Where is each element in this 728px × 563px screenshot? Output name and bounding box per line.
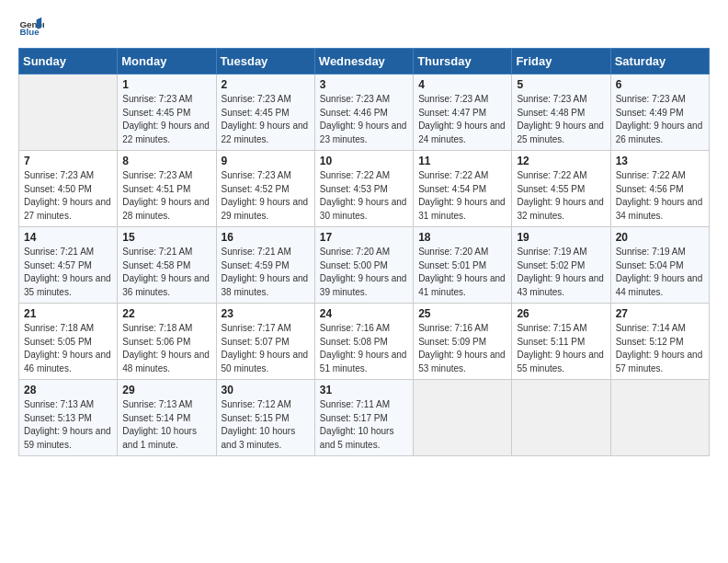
day-number: 7 — [24, 155, 112, 167]
day-info: Sunrise: 7:19 AMSunset: 5:02 PMDaylight:… — [517, 246, 605, 299]
day-info: Sunrise: 7:22 AMSunset: 4:56 PMDaylight:… — [616, 169, 704, 223]
day-number: 21 — [24, 307, 112, 320]
header-thursday: Thursday — [414, 49, 512, 75]
calendar-cell: 7Sunrise: 7:23 AMSunset: 4:50 PMDaylight… — [19, 151, 118, 227]
day-number: 25 — [418, 307, 506, 320]
day-number: 30 — [222, 384, 310, 396]
day-info: Sunrise: 7:13 AMSunset: 5:14 PMDaylight:… — [122, 398, 210, 452]
header-sunday: Sunday — [19, 49, 118, 75]
day-info: Sunrise: 7:21 AMSunset: 4:58 PMDaylight:… — [122, 246, 210, 299]
calendar-cell: 18Sunrise: 7:20 AMSunset: 5:01 PMDayligh… — [414, 227, 512, 304]
day-info: Sunrise: 7:21 AMSunset: 4:59 PMDaylight:… — [222, 246, 310, 299]
day-info: Sunrise: 7:22 AMSunset: 4:55 PMDaylight:… — [517, 169, 605, 223]
day-number: 16 — [222, 231, 310, 244]
header-monday: Monday — [118, 49, 216, 75]
day-number: 12 — [517, 155, 605, 167]
calendar-cell: 21Sunrise: 7:18 AMSunset: 5:05 PMDayligh… — [19, 304, 118, 380]
day-number: 27 — [616, 307, 704, 320]
calendar-week-3: 21Sunrise: 7:18 AMSunset: 5:05 PMDayligh… — [19, 304, 710, 380]
day-info: Sunrise: 7:16 AMSunset: 5:08 PMDaylight:… — [320, 322, 408, 375]
calendar-cell: 9Sunrise: 7:23 AMSunset: 4:52 PMDaylight… — [216, 151, 314, 227]
day-info: Sunrise: 7:23 AMSunset: 4:48 PMDaylight:… — [517, 93, 605, 146]
day-number: 3 — [320, 78, 408, 91]
day-info: Sunrise: 7:12 AMSunset: 5:15 PMDaylight:… — [222, 398, 310, 452]
day-number: 31 — [320, 384, 408, 396]
calendar-cell: 19Sunrise: 7:19 AMSunset: 5:02 PMDayligh… — [512, 227, 610, 304]
day-number: 4 — [418, 78, 506, 91]
calendar-cell: 3Sunrise: 7:23 AMSunset: 4:46 PMDaylight… — [314, 75, 413, 151]
calendar-cell — [414, 380, 512, 456]
calendar-cell — [19, 75, 118, 151]
day-info: Sunrise: 7:16 AMSunset: 5:09 PMDaylight:… — [418, 322, 506, 375]
day-info: Sunrise: 7:23 AMSunset: 4:50 PMDaylight:… — [24, 169, 112, 223]
calendar-cell: 4Sunrise: 7:23 AMSunset: 4:47 PMDaylight… — [414, 75, 512, 151]
day-number: 15 — [122, 231, 210, 244]
day-number: 29 — [122, 384, 210, 396]
day-info: Sunrise: 7:23 AMSunset: 4:45 PMDaylight:… — [222, 93, 310, 146]
day-info: Sunrise: 7:22 AMSunset: 4:53 PMDaylight:… — [320, 169, 408, 223]
calendar-cell: 10Sunrise: 7:22 AMSunset: 4:53 PMDayligh… — [314, 151, 413, 227]
calendar-cell: 13Sunrise: 7:22 AMSunset: 4:56 PMDayligh… — [610, 151, 709, 227]
calendar-week-1: 7Sunrise: 7:23 AMSunset: 4:50 PMDaylight… — [19, 151, 710, 227]
day-info: Sunrise: 7:14 AMSunset: 5:12 PMDaylight:… — [616, 322, 704, 375]
day-info: Sunrise: 7:23 AMSunset: 4:51 PMDaylight:… — [122, 169, 210, 223]
day-number: 19 — [517, 231, 605, 244]
day-info: Sunrise: 7:21 AMSunset: 4:57 PMDaylight:… — [24, 246, 112, 299]
logo: General Blue — [18, 15, 48, 40]
calendar-cell: 24Sunrise: 7:16 AMSunset: 5:08 PMDayligh… — [314, 304, 413, 380]
day-number: 14 — [24, 231, 112, 244]
day-info: Sunrise: 7:11 AMSunset: 5:17 PMDaylight:… — [320, 398, 408, 452]
calendar-week-4: 28Sunrise: 7:13 AMSunset: 5:13 PMDayligh… — [19, 380, 710, 456]
calendar-header-row: SundayMondayTuesdayWednesdayThursdayFrid… — [19, 49, 710, 75]
calendar-cell: 12Sunrise: 7:22 AMSunset: 4:55 PMDayligh… — [512, 151, 610, 227]
calendar-cell: 23Sunrise: 7:17 AMSunset: 5:07 PMDayligh… — [216, 304, 314, 380]
day-info: Sunrise: 7:23 AMSunset: 4:45 PMDaylight:… — [122, 93, 210, 146]
day-number: 8 — [122, 155, 210, 167]
day-number: 24 — [320, 307, 408, 320]
calendar-cell: 14Sunrise: 7:21 AMSunset: 4:57 PMDayligh… — [19, 227, 118, 304]
calendar-cell: 11Sunrise: 7:22 AMSunset: 4:54 PMDayligh… — [414, 151, 512, 227]
calendar-cell: 15Sunrise: 7:21 AMSunset: 4:58 PMDayligh… — [118, 227, 216, 304]
day-number: 5 — [517, 78, 605, 91]
day-info: Sunrise: 7:23 AMSunset: 4:49 PMDaylight:… — [616, 93, 704, 146]
calendar-cell: 20Sunrise: 7:19 AMSunset: 5:04 PMDayligh… — [610, 227, 709, 304]
header-friday: Friday — [512, 49, 610, 75]
svg-text:Blue: Blue — [19, 27, 40, 37]
calendar-cell: 31Sunrise: 7:11 AMSunset: 5:17 PMDayligh… — [314, 380, 413, 456]
day-number: 1 — [122, 78, 210, 91]
calendar-cell: 6Sunrise: 7:23 AMSunset: 4:49 PMDaylight… — [610, 75, 709, 151]
calendar-cell: 26Sunrise: 7:15 AMSunset: 5:11 PMDayligh… — [512, 304, 610, 380]
header-wednesday: Wednesday — [314, 49, 413, 75]
calendar-cell: 22Sunrise: 7:18 AMSunset: 5:06 PMDayligh… — [118, 304, 216, 380]
day-info: Sunrise: 7:18 AMSunset: 5:06 PMDaylight:… — [122, 322, 210, 375]
day-number: 20 — [616, 231, 704, 244]
calendar-table: SundayMondayTuesdayWednesdayThursdayFrid… — [18, 48, 710, 456]
day-number: 9 — [222, 155, 310, 167]
day-number: 18 — [418, 231, 506, 244]
logo-icon: General Blue — [18, 15, 44, 40]
calendar-week-2: 14Sunrise: 7:21 AMSunset: 4:57 PMDayligh… — [19, 227, 710, 304]
header-tuesday: Tuesday — [216, 49, 314, 75]
calendar-cell — [512, 380, 610, 456]
day-info: Sunrise: 7:23 AMSunset: 4:52 PMDaylight:… — [222, 169, 310, 223]
day-number: 13 — [616, 155, 704, 167]
header-saturday: Saturday — [610, 49, 709, 75]
calendar-cell: 8Sunrise: 7:23 AMSunset: 4:51 PMDaylight… — [118, 151, 216, 227]
day-number: 10 — [320, 155, 408, 167]
day-number: 28 — [24, 384, 112, 396]
calendar-cell: 5Sunrise: 7:23 AMSunset: 4:48 PMDaylight… — [512, 75, 610, 151]
calendar-cell: 16Sunrise: 7:21 AMSunset: 4:59 PMDayligh… — [216, 227, 314, 304]
calendar-cell: 17Sunrise: 7:20 AMSunset: 5:00 PMDayligh… — [314, 227, 413, 304]
header: General Blue — [18, 15, 710, 40]
calendar-cell: 30Sunrise: 7:12 AMSunset: 5:15 PMDayligh… — [216, 380, 314, 456]
day-number: 22 — [122, 307, 210, 320]
calendar-cell — [610, 380, 709, 456]
calendar-cell: 29Sunrise: 7:13 AMSunset: 5:14 PMDayligh… — [118, 380, 216, 456]
day-info: Sunrise: 7:19 AMSunset: 5:04 PMDaylight:… — [616, 246, 704, 299]
calendar-cell: 25Sunrise: 7:16 AMSunset: 5:09 PMDayligh… — [414, 304, 512, 380]
day-info: Sunrise: 7:18 AMSunset: 5:05 PMDaylight:… — [24, 322, 112, 375]
calendar-week-0: 1Sunrise: 7:23 AMSunset: 4:45 PMDaylight… — [19, 75, 710, 151]
calendar-cell: 2Sunrise: 7:23 AMSunset: 4:45 PMDaylight… — [216, 75, 314, 151]
calendar-cell: 28Sunrise: 7:13 AMSunset: 5:13 PMDayligh… — [19, 380, 118, 456]
calendar-cell: 27Sunrise: 7:14 AMSunset: 5:12 PMDayligh… — [610, 304, 709, 380]
